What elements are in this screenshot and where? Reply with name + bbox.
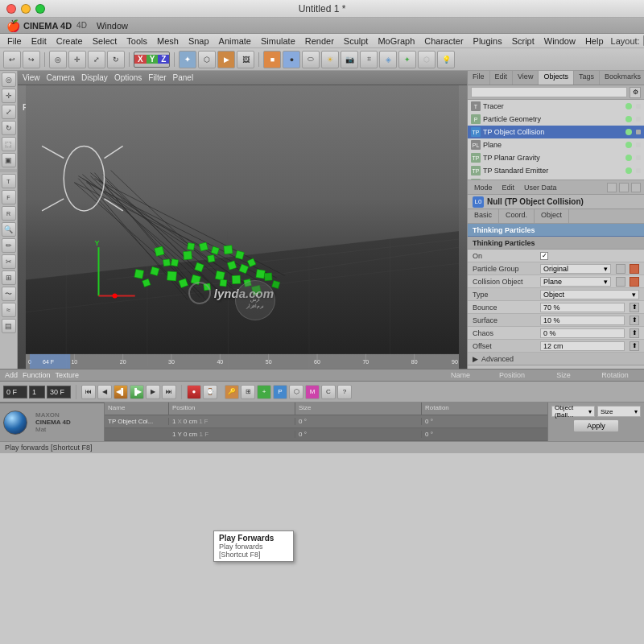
window-menu[interactable]: Window (97, 21, 128, 31)
menu-tools[interactable]: Tools (124, 36, 150, 46)
attr-value-offset[interactable]: 12 cm (540, 341, 625, 351)
menu-sculpt[interactable]: Sculpt (341, 36, 371, 46)
camera-button[interactable]: 📷 (341, 51, 358, 68)
bend-tool[interactable]: 〜 (2, 287, 16, 301)
view-right[interactable]: R (2, 206, 16, 221)
new-object-button[interactable]: ✦ (179, 51, 196, 68)
extrude-tool[interactable]: ⊞ (2, 270, 16, 285)
play-backwards-button[interactable]: ◀▌ (114, 385, 128, 399)
attr-icon-3[interactable] (631, 183, 641, 192)
viewport-menu-panel[interactable]: Panel (173, 73, 194, 82)
light2-button[interactable]: 💡 (437, 51, 455, 68)
material-sphere-preview[interactable] (3, 411, 27, 435)
goto-start-button[interactable]: ⏮ (81, 385, 96, 399)
attr-spin-bounce[interactable]: ⬆ (630, 303, 639, 312)
particle-button[interactable]: ✦ (398, 51, 416, 68)
menu-render[interactable]: Render (303, 36, 336, 46)
menu-edit[interactable]: Edit (29, 36, 49, 46)
attr-spin-chaos[interactable]: ⬆ (630, 328, 639, 338)
scale-tool[interactable]: ⤢ (2, 105, 16, 119)
close-button[interactable] (6, 4, 16, 14)
tl-menu-texture[interactable]: Texture (56, 371, 80, 379)
attr-edit-btn[interactable]: Edit (499, 184, 518, 192)
viewport-menu-display[interactable]: Display (81, 73, 108, 82)
attr-btn-collision-object-2[interactable] (630, 277, 639, 287)
window-controls[interactable] (6, 4, 45, 14)
obj-ball-select[interactable]: Object (Ball… ▾ (551, 406, 595, 417)
goto-end-button[interactable]: ⏭ (162, 385, 176, 399)
auto-key-button[interactable]: ⌚ (203, 385, 217, 399)
rotate-button[interactable]: ↻ (107, 51, 125, 68)
step-forward-button[interactable]: ▶ (146, 385, 160, 399)
key-btn-3[interactable]: + (257, 385, 271, 399)
menu-snap[interactable]: Snap (186, 36, 212, 46)
menu-simulate[interactable]: Simulate (258, 36, 298, 46)
attr-tab-object[interactable]: Object (535, 209, 569, 223)
attr-spin-offset[interactable]: ⬆ (630, 341, 639, 351)
attr-dropdown-particle-group[interactable]: Original ▾ (540, 264, 611, 274)
attr-btn-collision-object[interactable] (616, 277, 625, 287)
attr-dropdown-type[interactable]: Object ▾ (540, 290, 639, 299)
key-btn-4[interactable]: P (273, 385, 287, 399)
filter-button[interactable]: ⚙ (630, 87, 641, 98)
menu-plugins[interactable]: Plugins (471, 36, 505, 46)
attr-spin-surface[interactable]: ⬆ (630, 316, 639, 325)
rotate-tool[interactable]: ↻ (2, 121, 16, 135)
minimize-button[interactable] (21, 4, 31, 14)
undo-button[interactable]: ↩ (3, 51, 21, 68)
attr-value-bounce[interactable]: 70 % (540, 303, 625, 312)
rp-tab-tags[interactable]: Tags (574, 71, 600, 85)
obj-item-tp-collision[interactable]: TP TP Object Collision (468, 126, 644, 138)
attr-tab-coord[interactable]: Coord. (499, 209, 535, 223)
rp-tab-view[interactable]: View (513, 71, 539, 85)
render-button[interactable]: ▶ (217, 51, 235, 68)
menu-script[interactable]: Script (510, 36, 537, 46)
key-btn-6[interactable]: M (305, 385, 320, 399)
scale-button[interactable]: ⤢ (88, 51, 105, 68)
obj-vis-particle-geo[interactable] (625, 116, 632, 122)
record-button[interactable]: ● (187, 385, 201, 399)
viewport-menu-filter[interactable]: Filter (148, 73, 166, 82)
hair-tool[interactable]: ≈ (2, 303, 16, 317)
attr-value-surface[interactable]: 10 % (540, 316, 625, 325)
viewport-menu-options[interactable]: Options (114, 73, 142, 82)
frame-current-field[interactable]: 1 (29, 386, 45, 398)
obj-vis-tp-collision[interactable] (625, 129, 632, 135)
key-btn-2[interactable]: ⊞ (241, 385, 255, 399)
lasso-tool[interactable]: ⬚ (2, 137, 16, 151)
y-axis-button[interactable]: Y (147, 55, 159, 64)
obj-vis-standard-emitter[interactable] (625, 167, 632, 174)
key-btn-1[interactable]: 🔑 (225, 385, 239, 399)
obj-vis-tracer[interactable] (625, 103, 632, 109)
light-button[interactable]: ☀ (321, 51, 339, 68)
cube-button[interactable]: ■ (263, 51, 281, 68)
field-button[interactable]: ◈ (379, 51, 397, 68)
obj-item-particle-geo[interactable]: P Particle Geometry (468, 113, 644, 126)
search-input[interactable] (471, 87, 627, 97)
attr-checkbox-on[interactable]: ✓ (540, 252, 548, 260)
menu-file[interactable]: File (5, 36, 24, 46)
attr-icon-1[interactable] (607, 183, 617, 192)
paint-tool[interactable]: ✏ (2, 238, 16, 253)
live-selection-button[interactable]: ◎ (49, 51, 67, 68)
magnify-tool[interactable]: 🔍 (2, 222, 16, 237)
attr-btn-particle-group-2[interactable] (630, 264, 639, 274)
menu-select[interactable]: Select (90, 36, 120, 46)
apply-button[interactable]: Apply (573, 419, 619, 432)
tl-menu-function[interactable]: Function (23, 371, 51, 379)
viewport-menu-view[interactable]: View (23, 73, 40, 82)
object-button[interactable]: ⬡ (198, 51, 216, 68)
key-btn-8[interactable]: ? (337, 385, 352, 399)
move-button[interactable]: ✛ (68, 51, 86, 68)
view-top[interactable]: T (2, 174, 16, 188)
attr-mode-btn[interactable]: Mode (471, 184, 496, 192)
tl-menu-add[interactable]: Add (5, 371, 18, 379)
obj-item-standard-emitter[interactable]: TP TP Standard Emitter (468, 164, 644, 177)
viewport-menu-camera[interactable]: Camera (47, 73, 76, 82)
rp-tab-file[interactable]: File (468, 71, 490, 85)
attr-userdata-btn[interactable]: User Data (521, 184, 560, 192)
menu-character[interactable]: Character (422, 36, 465, 46)
obj-item-plane[interactable]: PL Plane (468, 138, 644, 151)
x-axis-button[interactable]: X (134, 55, 147, 64)
rp-tab-edit[interactable]: Edit (490, 71, 514, 85)
